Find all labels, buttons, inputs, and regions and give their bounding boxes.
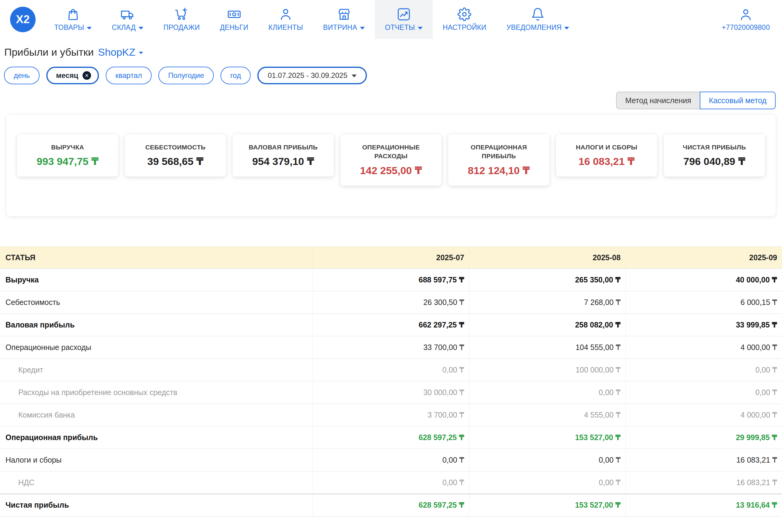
card-title: СЕБЕСТОИМОСТЬ (129, 143, 222, 152)
period-chip-halfyear[interactable]: Полугодие (158, 67, 214, 84)
row-value: 0,00 ₸ (469, 381, 626, 404)
row-value: 0,00 ₸ (626, 359, 782, 381)
row-value: 104 555,00 ₸ (469, 336, 626, 359)
row-value: 153 527,00 ₸ (469, 494, 626, 517)
summary-card: ОПЕРАЦИОННЫЕ РАСХОДЫ 142 255,00 ₸ (341, 134, 441, 186)
chevron-down-icon (87, 27, 92, 30)
row-value: 100 000,00 ₸ (469, 359, 626, 381)
table-row: Кредит 0,00 ₸ 100 000,00 ₸ 0,00 ₸ (0, 359, 782, 381)
shop-selector[interactable]: ShopKZ (98, 46, 143, 58)
bag-icon (66, 7, 80, 21)
nav-item-label: ТОВАРЫ (54, 24, 84, 32)
storefront-icon (337, 7, 351, 21)
row-label: Кредит (0, 359, 313, 381)
period-chip-month[interactable]: месяц ✕ (46, 67, 99, 84)
nav-item-money[interactable]: ДЕНЬГИ (210, 0, 258, 39)
nav-item-clients[interactable]: КЛИЕНТЫ (258, 0, 313, 39)
truck-icon (120, 7, 135, 21)
column-header-month-3: 2025-09 (626, 247, 782, 269)
main-nav: ТОВАРЫ СКЛАД ПРОДАЖИ ДЕНЬГИ КЛИЕНТЫ ВИТР… (44, 0, 579, 39)
column-header-month-2: 2025-08 (469, 247, 626, 269)
person-icon (279, 7, 293, 21)
row-value: 29 999,85 ₸ (626, 426, 782, 449)
card-value: 954 379,10 ₸ (237, 155, 329, 167)
nav-item-label: ВИТРИНА (323, 24, 357, 32)
pnl-table-body: Выручка 688 597,75 ₸ 265 350,00 ₸ 40 000… (0, 269, 782, 517)
card-value: 812 124,10 ₸ (453, 164, 545, 177)
summary-card: ВЫРУЧКА 993 947,75 ₸ (17, 134, 118, 177)
card-title: ВАЛОВАЯ ПРИБЫЛЬ (237, 143, 329, 152)
summary-card: ЧИСТАЯ ПРИБЫЛЬ 796 040,89 ₸ (664, 134, 765, 177)
title-row: Прибыли и убытки ShopKZ (0, 39, 782, 58)
row-label: Себестоимость (0, 291, 313, 314)
date-range-picker[interactable]: 01.07.2025 - 30.09.2025 (257, 67, 367, 84)
nav-item-goods[interactable]: ТОВАРЫ (44, 0, 102, 39)
account-menu[interactable]: +77020009800 (710, 0, 782, 39)
summary-card: НАЛОГИ И СБОРЫ 16 083,21 ₸ (556, 134, 657, 177)
chevron-down-icon (352, 75, 357, 77)
card-title: ВЫРУЧКА (21, 143, 114, 152)
nav-item-sales[interactable]: ПРОДАЖИ (153, 0, 210, 39)
row-value: 4 000,00 ₸ (626, 336, 782, 359)
chip-label: месяц (56, 71, 78, 80)
pnl-table: СТАТЬЯ 2025-07 2025-08 2025-09 Выручка 6… (0, 246, 782, 517)
nav-item-reports[interactable]: ОТЧЕТЫ (375, 0, 433, 39)
table-row: Себестоимость 26 300,50 ₸ 7 268,00 ₸ 6 0… (0, 291, 782, 314)
table-row: Расходы на приобретение основных средств… (0, 381, 782, 404)
row-value: 33 700,00 ₸ (313, 336, 469, 359)
accrual-method-button[interactable]: Метод начисления (616, 91, 700, 109)
row-value: 4 555,00 ₸ (469, 404, 626, 426)
card-value: 16 083,21 ₸ (560, 155, 653, 167)
summary-card: ВАЛОВАЯ ПРИБЫЛЬ 954 379,10 ₸ (233, 134, 334, 177)
logo-wrap: X2 (0, 0, 44, 39)
row-value: 0,00 ₸ (313, 449, 469, 471)
row-value: 16 083,21 ₸ (626, 471, 782, 494)
nav-item-notifications[interactable]: УВЕДОМЛЕНИЯ (496, 0, 579, 39)
table-row: Чистая прибыль 628 597,25 ₸ 153 527,00 ₸… (0, 494, 782, 517)
app-logo[interactable]: X2 (10, 7, 36, 32)
cash-method-button[interactable]: Кассовый метод (700, 91, 776, 109)
card-value: 993 947,75 ₸ (21, 155, 114, 167)
page-title: Прибыли и убытки (4, 46, 94, 58)
card-title: ЧИСТАЯ ПРИБЫЛЬ (668, 143, 761, 152)
bell-icon (531, 7, 545, 21)
nav-item-label: ПРОДАЖИ (164, 24, 200, 32)
nav-item-settings[interactable]: НАСТРОЙКИ (433, 0, 496, 39)
top-navbar: X2 ТОВАРЫ СКЛАД ПРОДАЖИ ДЕНЬГИ КЛИЕНТЫ (0, 0, 782, 39)
account-phone: +77020009800 (722, 24, 770, 32)
card-title: ОПЕРАЦИОННАЯ ПРИБЫЛЬ (453, 143, 545, 161)
pnl-table-header: СТАТЬЯ 2025-07 2025-08 2025-09 (0, 247, 782, 269)
period-chip-day[interactable]: день (4, 67, 40, 84)
nav-item-label: СКЛАД (112, 24, 136, 32)
chip-label: квартал (115, 71, 142, 80)
summary-card: ОПЕРАЦИОННАЯ ПРИБЫЛЬ 812 124,10 ₸ (448, 134, 549, 186)
nav-item-label: НАСТРОЙКИ (443, 24, 486, 32)
row-label: Чистая прибыль (0, 494, 313, 517)
period-chip-quarter[interactable]: квартал (106, 67, 152, 84)
user-icon (739, 8, 753, 22)
close-icon[interactable]: ✕ (82, 71, 91, 80)
card-title: НАЛОГИ И СБОРЫ (560, 143, 653, 152)
card-title: ОПЕРАЦИОННЫЕ РАСХОДЫ (345, 143, 437, 161)
table-row: Комиссия банка 3 700,00 ₸ 4 555,00 ₸ 4 0… (0, 404, 782, 426)
row-value: 13 916,64 ₸ (626, 494, 782, 517)
table-row: Операционная прибыль 628 597,25 ₸ 153 52… (0, 426, 782, 449)
period-chip-year[interactable]: год (220, 67, 251, 84)
card-value: 142 255,00 ₸ (345, 164, 437, 177)
cart-plus-icon (175, 7, 188, 21)
row-label: Комиссия банка (0, 404, 313, 426)
row-value: 688 597,75 ₸ (313, 269, 469, 291)
nav-item-storefront[interactable]: ВИТРИНА (313, 0, 375, 39)
row-value: 258 082,00 ₸ (469, 314, 626, 336)
row-value: 153 527,00 ₸ (469, 426, 626, 449)
nav-item-warehouse[interactable]: СКЛАД (102, 0, 153, 39)
summary-cards-panel: ВЫРУЧКА 993 947,75 ₸ СЕБЕСТОИМОСТЬ 39 56… (6, 115, 776, 216)
row-label: Операционная прибыль (0, 426, 313, 449)
row-value: 628 597,25 ₸ (313, 426, 469, 449)
row-value: 0,00 ₸ (626, 381, 782, 404)
row-value: 0,00 ₸ (313, 471, 469, 494)
row-value: 3 700,00 ₸ (313, 404, 469, 426)
nav-item-label: ДЕНЬГИ (220, 24, 248, 32)
date-range-label: 01.07.2025 - 30.09.2025 (268, 71, 348, 80)
row-label: Налоги и сборы (0, 449, 313, 471)
